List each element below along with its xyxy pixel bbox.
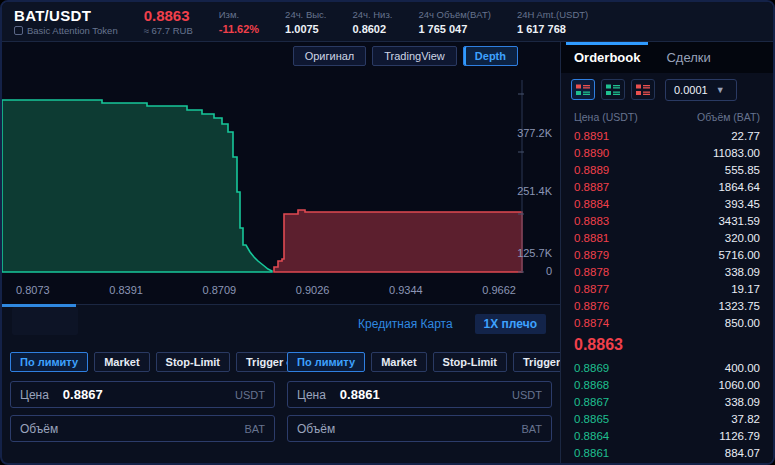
bid-row[interactable]: 0.88681060.00 bbox=[561, 376, 773, 393]
tab-orderbook[interactable]: Orderbook bbox=[574, 50, 640, 65]
orderbook-tabs: Orderbook Сделки bbox=[561, 42, 773, 73]
stat-label: Изм. bbox=[219, 9, 259, 20]
tab-limit-order[interactable]: По лимиту bbox=[287, 352, 365, 372]
x-tick-label: 0.8391 bbox=[109, 284, 143, 296]
pair-block: BAT/USDT Basic Attention Token bbox=[14, 7, 118, 36]
asks-only-icon bbox=[636, 84, 650, 96]
bid-row[interactable]: 0.8869400.00 bbox=[561, 359, 773, 376]
ask-row[interactable]: 0.889122.77 bbox=[561, 127, 773, 144]
ask-row[interactable]: 0.8884393.45 bbox=[561, 195, 773, 212]
ask-row[interactable]: 0.889011083.00 bbox=[561, 144, 773, 161]
tab-limit-order[interactable]: По лимиту bbox=[10, 352, 88, 372]
bid-price: 0.8869 bbox=[574, 362, 609, 374]
x-tick-label: 0.9344 bbox=[389, 284, 423, 296]
buy-amount-field[interactable]: Объём BAT bbox=[10, 415, 275, 442]
asks-area bbox=[274, 210, 522, 272]
bid-row[interactable]: 0.8861884.07 bbox=[561, 444, 773, 461]
ask-row[interactable]: 0.8878338.09 bbox=[561, 263, 773, 280]
bid-row[interactable]: 0.8867338.09 bbox=[561, 393, 773, 410]
ask-price: 0.8887 bbox=[574, 181, 609, 193]
ask-price: 0.8879 bbox=[574, 249, 609, 261]
ask-row[interactable]: 0.887719.17 bbox=[561, 280, 773, 297]
price-unit: USDT bbox=[235, 389, 265, 401]
precision-dropdown[interactable]: 0.0001 ▼ bbox=[665, 79, 737, 101]
ask-row[interactable]: 0.88761323.75 bbox=[561, 297, 773, 314]
buy-price-field[interactable]: Цена 0.8867 USDT bbox=[10, 381, 275, 408]
bid-amount: 1060.00 bbox=[718, 379, 760, 391]
bid-amount: 37.82 bbox=[731, 413, 760, 425]
bids-area bbox=[2, 100, 272, 272]
view-both-sides-button[interactable] bbox=[571, 79, 595, 100]
ask-amount: 19.17 bbox=[731, 283, 760, 295]
bids-list: 0.8869400.000.88681060.000.8867338.090.8… bbox=[561, 359, 773, 461]
orderbook-last-price: 0.8863 bbox=[561, 331, 773, 359]
y-tick-label: 125.7K bbox=[517, 247, 552, 259]
bid-amount: 400.00 bbox=[725, 362, 760, 374]
bid-amount: 884.07 bbox=[725, 447, 760, 459]
token-name: Basic Attention Token bbox=[27, 25, 118, 36]
last-price-block: 0.8863 ≈ 67.7 RUB bbox=[144, 7, 193, 36]
bid-price: 0.8867 bbox=[574, 396, 609, 408]
tab-trades[interactable]: Сделки bbox=[666, 50, 710, 65]
ask-amount: 1864.64 bbox=[718, 181, 760, 193]
price-column-header: Цена (USDT) bbox=[574, 111, 638, 123]
bid-amount: 1126.79 bbox=[719, 430, 760, 442]
fiat-equivalent: ≈ 67.7 RUB bbox=[144, 25, 193, 36]
ask-row[interactable]: 0.88871864.64 bbox=[561, 178, 773, 195]
tab-market-order[interactable]: Market bbox=[371, 352, 426, 372]
ask-row[interactable]: 0.88795716.00 bbox=[561, 246, 773, 263]
y-tick-label: 251.4K bbox=[517, 185, 552, 197]
amount-label: Объём bbox=[297, 422, 335, 436]
ask-row[interactable]: 0.8881320.00 bbox=[561, 229, 773, 246]
ask-price: 0.8889 bbox=[574, 164, 609, 176]
order-type-tabs: По лимиту Market Stop-Limit Trigger orde… bbox=[287, 352, 552, 372]
ask-row[interactable]: 0.8889555.85 bbox=[561, 161, 773, 178]
price-label: Цена bbox=[297, 388, 326, 402]
ask-row[interactable]: 0.8874850.00 bbox=[561, 314, 773, 331]
bid-amount: 338.09 bbox=[725, 396, 760, 408]
bid-price: 0.8868 bbox=[574, 379, 609, 391]
token-icon bbox=[14, 26, 23, 35]
ask-price: 0.8891 bbox=[574, 130, 609, 142]
ask-amount: 11083.00 bbox=[713, 147, 760, 159]
x-tick-label: 0.9026 bbox=[296, 284, 330, 296]
sell-price-field[interactable]: Цена 0.8861 USDT bbox=[287, 381, 552, 408]
stat-high: 24ч. Выс. 1.0075 bbox=[285, 9, 326, 35]
leverage-button[interactable]: 1X плечо bbox=[475, 314, 546, 334]
depth-chart[interactable] bbox=[2, 62, 524, 274]
tab-original-chart[interactable]: Оригинал bbox=[293, 46, 367, 66]
tab-market-order[interactable]: Market bbox=[94, 352, 149, 372]
amount-label: Объём bbox=[20, 422, 58, 436]
bid-row[interactable]: 0.88641126.79 bbox=[561, 427, 773, 444]
sell-order-form: По лимиту Market Stop-Limit Trigger orde… bbox=[287, 352, 552, 465]
ask-amount: 850.00 bbox=[725, 317, 760, 329]
tab-stop-limit-order[interactable]: Stop-Limit bbox=[156, 352, 230, 372]
ask-price: 0.8878 bbox=[574, 266, 609, 278]
trade-subbar: Кредитная Карта 1X плечо bbox=[2, 304, 560, 342]
sell-amount-field[interactable]: Объём BAT bbox=[287, 415, 552, 442]
tab-depth-chart[interactable]: Depth bbox=[463, 46, 518, 66]
tab-stop-limit-order[interactable]: Stop-Limit bbox=[433, 352, 507, 372]
bid-price: 0.8865 bbox=[574, 413, 609, 425]
tab-tradingview-chart[interactable]: TradingView bbox=[372, 46, 457, 66]
bid-row[interactable]: 0.886537.82 bbox=[561, 410, 773, 427]
amount-column-header: Объём (BAT) bbox=[697, 111, 760, 123]
order-forms: По лимиту Market Stop-Limit Trigger orde… bbox=[2, 342, 560, 465]
precision-value: 0.0001 bbox=[674, 84, 708, 96]
sell-price-value: 0.8861 bbox=[340, 387, 380, 402]
amount-unit: BAT bbox=[521, 423, 542, 435]
orderbook-column-headers: Цена (USDT) Объём (BAT) bbox=[561, 106, 773, 127]
stat-label: 24H Amt.(USDT) bbox=[517, 9, 588, 20]
stat-value: 1.0075 bbox=[285, 23, 326, 35]
stat-value: 0.8602 bbox=[352, 23, 392, 35]
view-asks-only-button[interactable] bbox=[631, 79, 655, 100]
credit-card-link[interactable]: Кредитная Карта bbox=[358, 317, 453, 331]
stat-low: 24ч. Низ. 0.8602 bbox=[352, 9, 392, 35]
view-bids-only-button[interactable] bbox=[601, 79, 625, 100]
asks-list: 0.889122.770.889011083.000.8889555.850.8… bbox=[561, 127, 773, 331]
ask-price: 0.8874 bbox=[574, 317, 609, 329]
ask-row[interactable]: 0.88833431.59 bbox=[561, 212, 773, 229]
market-header: BAT/USDT Basic Attention Token 0.8863 ≈ … bbox=[2, 2, 773, 42]
x-axis-labels: 0.8073 0.8391 0.8709 0.9026 0.9344 0.966… bbox=[16, 284, 516, 296]
amount-unit: BAT bbox=[244, 423, 265, 435]
